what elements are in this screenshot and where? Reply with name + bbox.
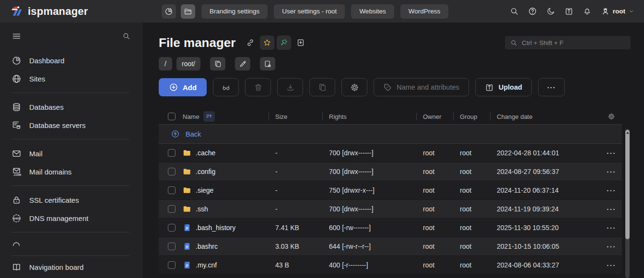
row-menu-button[interactable]: ··· (601, 224, 622, 232)
tab-branding-settings[interactable]: Branding settings (201, 4, 268, 19)
tab-websites[interactable]: Websites (351, 4, 394, 19)
column-name[interactable]: Name (183, 113, 199, 120)
download-icon (286, 83, 295, 92)
search-input[interactable] (522, 39, 625, 46)
table-row[interactable]: .siege - 750 [drwxr-x---] root root 2024… (159, 181, 622, 200)
book-icon (12, 262, 22, 272)
row-checkbox[interactable] (168, 224, 176, 232)
row-checkbox[interactable] (168, 186, 176, 194)
pencil-icon (239, 60, 247, 68)
back-row[interactable]: Back (159, 125, 622, 144)
row-menu-button[interactable]: ··· (601, 149, 622, 157)
notifications-bell-icon[interactable] (583, 7, 592, 16)
select-all-checkbox[interactable] (168, 113, 176, 120)
partial-item-icon (12, 237, 21, 247)
user-menu[interactable]: root (601, 7, 634, 16)
sidebar-item-sites[interactable]: Sites (0, 70, 143, 88)
mail-icon (12, 149, 22, 159)
tab-file-manager-active[interactable] (181, 4, 195, 19)
sidebar-bottom: Navigation board (0, 255, 143, 278)
upload-button[interactable]: Upload (475, 78, 532, 96)
sidebar-search-icon[interactable] (122, 32, 130, 40)
export-list-button[interactable] (293, 35, 308, 50)
export-icon[interactable] (564, 7, 574, 16)
row-checkbox[interactable] (168, 205, 176, 213)
vertical-scrollbar[interactable] (625, 129, 630, 278)
copy-files-button[interactable] (309, 78, 335, 96)
delete-button[interactable] (245, 78, 271, 96)
sidebar-item-dns-management[interactable]: DNS management (0, 209, 143, 227)
sort-button[interactable] (203, 111, 215, 122)
app-logo[interactable]: ispmanager (10, 4, 162, 19)
bookmark-folder-button[interactable] (260, 57, 275, 70)
sidebar-item-databases[interactable]: Databases (0, 98, 143, 116)
sidebar-item-navigation-board[interactable]: Navigation board (0, 256, 143, 278)
sidebar-item-dashboard[interactable]: Dashboard (0, 51, 143, 70)
download-button[interactable] (277, 78, 303, 96)
tab-dashboard[interactable] (162, 4, 176, 19)
edit-path-button[interactable] (235, 57, 250, 70)
row-checkbox[interactable] (168, 243, 176, 250)
db-icon (12, 102, 22, 112)
view-button[interactable] (213, 78, 239, 96)
dark-mode-icon[interactable] (546, 7, 555, 16)
copy-path-button[interactable] (210, 57, 225, 70)
folder-icon (183, 167, 191, 176)
add-button[interactable]: Add (159, 78, 207, 96)
row-menu-button[interactable]: ··· (601, 205, 622, 213)
sidebar-item-database-servers[interactable]: Database servers (0, 116, 143, 134)
breadcrumb-root[interactable]: / (159, 57, 172, 70)
favorite-button[interactable] (260, 35, 274, 50)
breadcrumb-current-dir[interactable]: root/ (176, 57, 200, 70)
settings-button[interactable] (341, 78, 367, 96)
copy-link-button[interactable] (243, 35, 258, 50)
column-owner[interactable]: Owner (416, 113, 453, 120)
tab-wordpress[interactable]: WordPress (400, 4, 449, 19)
table-row[interactable]: .bashrc 3.03 KB 644 [-rw-r--r--] root ro… (159, 237, 622, 256)
column-group[interactable]: Group (453, 113, 490, 120)
more-actions-button[interactable]: ··· (538, 78, 565, 96)
divider (12, 185, 129, 186)
row-menu-button[interactable]: ··· (601, 168, 622, 176)
hamburger-menu-icon[interactable] (12, 31, 22, 41)
link-icon (246, 38, 255, 47)
file-owner: root (416, 168, 453, 175)
help-icon[interactable] (528, 7, 537, 16)
sidebar-item-ssl-certificates[interactable]: SSL certificates (0, 191, 143, 209)
lock-icon (12, 195, 22, 205)
file-icon (183, 242, 191, 251)
filter-searchbox[interactable] (505, 36, 631, 49)
scrollbar-thumb[interactable] (625, 130, 630, 239)
table-row[interactable]: .config - 700 [drwx------] root root 202… (159, 162, 622, 181)
table-row[interactable]: .bash_history 7.41 KB 600 [-rw-------] r… (159, 219, 622, 237)
row-checkbox[interactable] (168, 149, 176, 157)
name-attributes-button[interactable]: Name and attributes (374, 78, 469, 96)
table-row[interactable]: .ssh - 700 [drwx------] root root 2024-1… (159, 200, 622, 219)
user-avatar-icon (601, 7, 610, 16)
column-size[interactable]: Size (269, 113, 322, 120)
pin-button[interactable] (277, 35, 291, 50)
file-rights: 400 [-r--------] (322, 261, 416, 269)
table-row[interactable]: .my.cnf 43 B 400 [-r--------] root root … (159, 256, 622, 275)
file-change-date: 2022-04-28 01:44:01 (490, 149, 601, 157)
table-settings-button[interactable] (601, 113, 622, 120)
row-menu-button[interactable]: ··· (601, 186, 622, 195)
row-menu-button[interactable]: ··· (601, 261, 622, 269)
copy-icon (214, 60, 222, 68)
sidebar-item-mail-domains[interactable]: Mail domains (0, 162, 143, 181)
topbar-actions: root (510, 7, 634, 16)
divider (12, 93, 129, 93)
sidebar-item-mail[interactable]: Mail (0, 144, 143, 162)
column-change-date[interactable]: Change date (490, 113, 601, 120)
file-group: root (453, 243, 490, 250)
file-toolbar: Add Name and attributes (159, 78, 631, 96)
row-menu-button[interactable]: ··· (601, 243, 622, 251)
file-name: .bash_history (196, 224, 235, 232)
search-icon[interactable] (510, 7, 519, 16)
tab-user-settings-root[interactable]: User settings - root (274, 4, 345, 19)
column-rights[interactable]: Rights (322, 113, 416, 120)
table-row[interactable]: .cache - 700 [drwx------] root root 2022… (159, 144, 622, 162)
divider (12, 232, 129, 232)
row-checkbox[interactable] (168, 261, 176, 269)
row-checkbox[interactable] (168, 168, 176, 175)
